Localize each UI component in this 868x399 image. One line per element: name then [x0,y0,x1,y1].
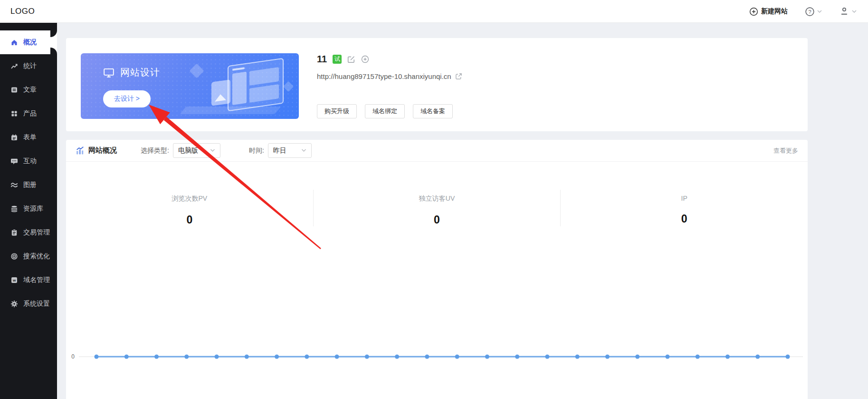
chevron-down-icon [210,149,215,152]
stat-value: 0 [66,214,313,226]
app-logo: LOGO [10,7,35,16]
gallery-wave-icon [10,181,18,189]
stat-ip: IP 0 [560,190,808,226]
type-filter-label: 选择类型: [141,146,169,155]
stat-value: 0 [314,214,561,226]
chat-bubble-icon [10,157,18,165]
svg-text:0: 0 [71,353,75,360]
sidebar-item-label: 搜索优化 [23,252,50,261]
preview-plus-circle-icon[interactable] [361,55,369,63]
external-link-icon[interactable] [455,73,462,80]
sidebar-item-products[interactable]: 产品 [0,102,57,126]
sidebar-item-seo[interactable]: 搜索优化 [0,244,57,268]
overview-chart-area: 0 [66,340,808,399]
main-content: 网站设计 去设计 > 11 试 http://huang8971 [57,23,868,399]
chevron-down-icon [301,149,306,152]
site-url-text: http://huang897157type-10.shanxiyunqi.cn [317,72,451,80]
seo-rings-icon [10,253,18,260]
gear-icon [10,300,18,308]
sidebar-nav: 概况 统计 文章 产品 表单 互动 图册 [0,23,57,399]
buy-upgrade-button[interactable]: 购买升级 [317,104,357,118]
stat-label: 独立访客UV [314,195,561,203]
help-menu[interactable]: ? [805,7,822,17]
products-grid-icon [10,110,18,117]
sidebar-item-label: 概况 [23,38,37,47]
stat-pv: 浏览次数PV 0 [66,190,313,226]
help-icon: ? [805,7,815,17]
sidebar-item-label: 交易管理 [23,228,50,237]
sidebar-item-domains[interactable]: w 域名管理 [0,268,57,292]
chevron-down-icon [817,10,822,13]
time-select-value: 昨日 [273,146,286,155]
domain-icp-button[interactable]: 域名备案 [413,104,453,118]
sidebar-item-label: 资源库 [23,204,43,213]
stat-label: 浏览次数PV [66,195,313,203]
sidebar-item-forms[interactable]: 表单 [0,126,57,149]
site-url[interactable]: http://huang897157type-10.shanxiyunqi.cn [317,72,462,80]
banner-illustration [183,58,292,115]
sidebar-item-label: 产品 [23,109,37,118]
site-name: 11 [317,54,327,65]
svg-text:?: ? [808,9,811,14]
stat-uv: 独立访客UV 0 [313,190,561,226]
stat-value: 0 [561,213,808,225]
overview-card: 网站概况 选择类型: 电脑版 时间: 昨日 查看更多 浏览次数PV 0 [66,140,808,399]
form-calendar-icon [10,134,18,141]
sidebar-item-articles[interactable]: 文章 [0,78,57,102]
type-select-value: 电脑版 [178,146,198,155]
overview-title: 网站概况 [88,146,117,155]
bar-chart-icon [76,146,85,155]
top-header: LOGO 新建网站 ? [0,0,868,23]
edit-icon[interactable] [347,55,355,63]
sidebar-item-transactions[interactable]: 交易管理 [0,221,57,244]
sidebar-item-interaction[interactable]: 互动 [0,149,57,173]
sidebar-item-label: 表单 [23,133,37,142]
sidebar-item-statistics[interactable]: 统计 [0,54,57,78]
home-icon [10,39,18,46]
sidebar-item-label: 统计 [23,62,37,70]
banner-title: 网站设计 [120,66,160,79]
new-site-button[interactable]: 新建网站 [749,7,788,16]
domain-w-icon: w [10,276,18,284]
svg-text:w: w [12,278,16,282]
new-site-label: 新建网站 [761,7,788,16]
time-filter-label: 时间: [249,146,264,155]
sidebar-item-label: 互动 [23,157,37,165]
site-card: 网站设计 去设计 > 11 试 http://huang8971 [66,38,808,131]
user-menu[interactable] [839,6,857,17]
article-icon [10,86,18,94]
bind-domain-button[interactable]: 域名绑定 [365,104,405,118]
sidebar-item-label: 图册 [23,181,37,189]
stat-label: IP [561,195,808,202]
sidebar-item-label: 系统设置 [23,300,50,308]
overview-chart: 0 [66,340,808,399]
clipboard-icon [10,229,18,236]
sidebar-item-resources[interactable]: 资源库 [0,197,57,221]
chevron-down-icon [852,10,857,13]
monitor-icon [103,68,114,78]
type-select[interactable]: 电脑版 [173,143,220,158]
sidebar-item-gallery[interactable]: 图册 [0,173,57,197]
sidebar-item-label: 文章 [23,86,37,94]
sidebar-item-overview[interactable]: 概况 [0,30,57,54]
site-info: 11 试 http://huang897157type-10.shanxiyun… [317,38,798,131]
time-select[interactable]: 昨日 [268,143,312,158]
trial-badge: 试 [333,55,342,64]
view-more-link[interactable]: 查看更多 [773,146,798,155]
design-banner: 网站设计 去设计 > [81,53,299,119]
database-icon [10,205,18,213]
plus-circle-icon [749,7,758,16]
line-chart-icon [10,62,18,70]
sidebar-item-settings[interactable]: 系统设置 [0,292,57,316]
sidebar-item-label: 域名管理 [23,276,50,284]
go-design-button[interactable]: 去设计 > [103,90,151,107]
stats-row: 浏览次数PV 0 独立访客UV 0 IP 0 [66,190,808,226]
user-icon [839,6,849,17]
